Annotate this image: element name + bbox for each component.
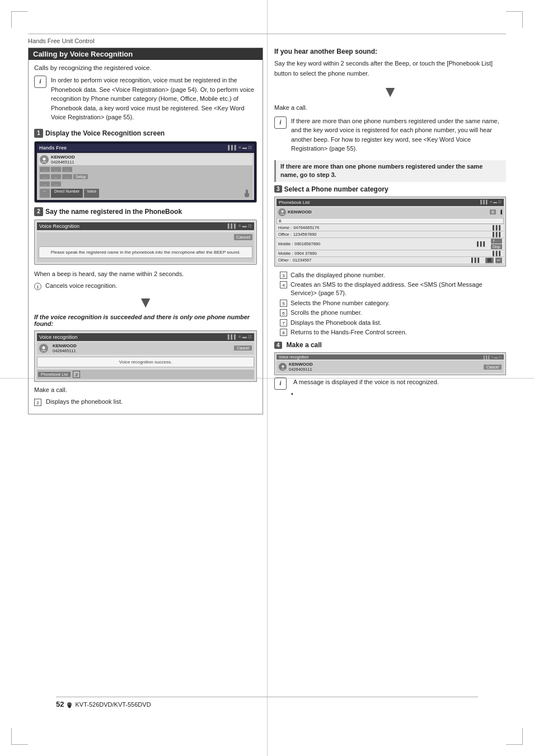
pb-search: B	[277, 218, 504, 224]
if-more-text: If there are more than one phone numbers…	[280, 163, 483, 178]
success-pb-btn[interactable]: Phonebook List	[38, 372, 71, 377]
step1-btn-row3: … …	[39, 180, 252, 188]
svg-point-3	[282, 365, 284, 367]
make-call-text: Make a call.	[34, 385, 257, 395]
pb-label-mobile2: Mobile :	[278, 251, 293, 256]
cancel-ref-text: Cancels voice recognition.	[45, 282, 117, 289]
legend-item-8: 8 Returns to the Hands-Free Control scre…	[280, 328, 506, 337]
mc-number: 0426409111	[289, 367, 313, 372]
note3-wrap: i A message is displayed if the voice is…	[274, 377, 506, 398]
step1-avatar	[40, 155, 49, 164]
pb-num-other: 01234567	[293, 258, 470, 263]
success-avatar	[39, 344, 48, 353]
pb-sig-mobile2: ▌▌▌	[493, 251, 502, 256]
footer-bullet-icon: ●	[67, 702, 72, 707]
note3-bullet2: •	[289, 389, 439, 399]
pb-avatar	[278, 208, 286, 216]
make-call-label: Make a call.	[274, 103, 506, 113]
pb-other-btn2[interactable]: ↩	[495, 258, 502, 263]
crop-mark-br	[506, 728, 523, 745]
mc-icons: ▌▌▌ ≡ ▬ ⊡	[484, 355, 502, 359]
mc-header: Voice recognition ▌▌▌ ≡ ▬ ⊡	[277, 354, 504, 360]
mc-screen-title: Voice recognition	[279, 355, 308, 359]
step1-btn-setup[interactable]: Setup	[73, 174, 88, 179]
pb-num-office: 1234567890	[293, 232, 491, 237]
step4-heading: 4 Make a call	[274, 341, 506, 349]
legend-num-3: 3	[280, 272, 287, 279]
step4-screen: Voice recognition ▌▌▌ ≡ ▬ ⊡ KENWOOD 0426…	[274, 352, 506, 375]
note-wrap: i In order to perform voice recognition,…	[34, 76, 257, 125]
step1-btn-2[interactable]: …	[51, 167, 61, 172]
content-columns: Calling by Voice Recognition Calls by re…	[28, 48, 506, 420]
pb-icons: ▌▌▌ ≡ ▬ ⊡	[480, 200, 502, 205]
pb-indicator: ▐	[499, 210, 502, 214]
step1-btn-8[interactable]: …	[51, 181, 61, 186]
success-screen: Voice recognition ▌▌▌ ≡ ▬ ⊡ KENWOOD 0426…	[34, 330, 257, 382]
step1-btn-1[interactable]: …	[40, 167, 50, 172]
step2-cancel-btn[interactable]: Cancel	[234, 234, 252, 240]
success-message: Voice recognition success.	[37, 357, 254, 367]
step1-btn-7[interactable]: …	[40, 181, 50, 186]
pb-sig-mobile1: ▌▌▌	[477, 241, 486, 246]
pb-num-mobile1: 09018587890	[294, 241, 475, 246]
legend-num-8: 8	[280, 329, 287, 336]
step1-number: 0426465111	[51, 160, 75, 165]
step2-screen: Voice Recognition ▌▌▌ ≡ ▬ ⊡ Cancel Pleas…	[34, 220, 257, 265]
pb-label-home: Home :	[278, 225, 292, 230]
pb-entry-office: Office : 1234567890 ▌▌▌	[277, 231, 504, 238]
step2-desc: When a beep is heard, say the name withi…	[34, 269, 257, 279]
step4-title-text: Make a call	[287, 341, 322, 349]
pb-tab-b[interactable]: B	[490, 209, 496, 214]
step1-btn-3[interactable]: …	[62, 167, 72, 172]
footer-model: KVT-526DVD/KVT-556DVD	[75, 701, 151, 708]
svg-point-1	[43, 346, 45, 349]
note2-icon: i	[274, 116, 287, 129]
section-header-title: Hands Free Unit Control	[28, 38, 506, 44]
pb-tab-row: B	[490, 209, 496, 214]
legend-num-7: 7	[280, 319, 287, 326]
legend-text-6: Scrolls the phone number.	[291, 309, 362, 317]
displays-pb-row: 2 Displays the phonebook list.	[34, 398, 257, 406]
pb-top-row: KENWOOD B ▐	[277, 207, 504, 217]
pb-side-7[interactable]: 7	[491, 239, 502, 244]
step1-voice-btn[interactable]: Voice	[84, 189, 99, 198]
mc-cancel-btn[interactable]: Cancel	[484, 365, 502, 370]
step1-screen-header: Hands Free ▌▌▌ ≡ ▬ ⊡	[37, 144, 254, 152]
box-title: Calling by Voice Recognition	[29, 48, 263, 60]
success-cancel-btn[interactable]: Cancel	[234, 346, 252, 351]
step1-btn-5[interactable]: …	[51, 174, 61, 179]
step1-btn-4[interactable]: …	[40, 174, 50, 179]
note3-text1: A message is displayed if the voice is n…	[291, 377, 439, 387]
legend-list: 3 Calls the displayed phone number. 4 Cr…	[280, 271, 506, 337]
displays-pb-ref: 2	[34, 399, 41, 406]
step1-direct-btn[interactable]: Direct Number	[51, 189, 83, 198]
pb-sig-home: ▌▌▌	[493, 225, 502, 230]
step2-label: 2	[34, 207, 43, 216]
crop-mark-tr	[506, 11, 523, 28]
step2-title-text: Say the name registered in the PhoneBook	[45, 208, 182, 216]
legend-text-8: Returns to the Hands-Free Control screen…	[291, 328, 407, 337]
left-column: Calling by Voice Recognition Calls by re…	[28, 48, 263, 420]
step1-label: 1	[34, 129, 43, 138]
pb-screen: Phonebook List ▌▌▌ ≡ ▬ ⊡ KENWOOD B ▐ B	[274, 197, 506, 267]
mc-kenwood: KENWOOD	[289, 362, 313, 367]
legend-num-5: 5	[280, 300, 287, 307]
success-number: 0426465111	[53, 348, 77, 353]
mc-contact: KENWOOD 0426409111	[289, 362, 313, 372]
step1-btn-6[interactable]: …	[62, 174, 72, 179]
pb-other-btn1[interactable]: ⬛	[485, 258, 494, 263]
legend-item-3: 3 Calls the displayed phone number.	[280, 271, 506, 279]
step1-screen-icons: ▌▌▌ ≡ ▬ ⊡	[228, 145, 252, 150]
success-kenwood: KENWOOD	[53, 343, 77, 348]
step1-title-text: Display the Voice Recognition screen	[45, 129, 165, 137]
right-column: If you hear another Beep sound: Say the …	[274, 48, 506, 420]
note3-icon-wrap: i	[274, 377, 287, 398]
cancel-ref-row: 1 Cancels voice recognition.	[34, 282, 257, 290]
step1-btn-back[interactable]: ←	[40, 189, 50, 198]
pb-side-disp[interactable]: Disp	[491, 244, 502, 249]
spk-icon: ⊡	[248, 145, 252, 150]
pb-label-office: Office :	[278, 232, 292, 237]
cancel-ref-num: 1	[34, 283, 41, 290]
step1-screen-title: Hands Free	[39, 145, 67, 151]
note2-icon-wrap: i	[274, 116, 287, 157]
